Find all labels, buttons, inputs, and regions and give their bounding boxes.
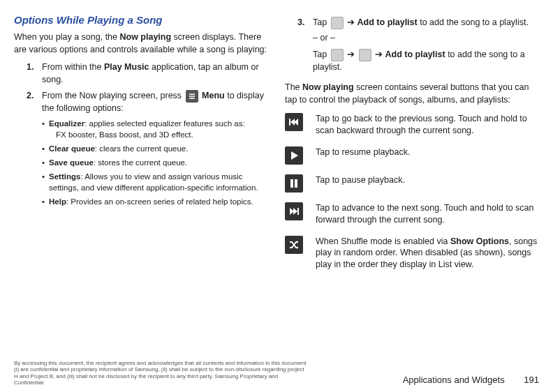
- bullet-dot: •: [42, 157, 49, 168]
- control-desc: When Shuffle mode is enabled via Show Op…: [316, 236, 539, 271]
- t-bold: Play Music: [104, 62, 149, 72]
- step-3a: 3. Tap ➔ Add to playlist to add the song…: [297, 17, 539, 29]
- t-bold: Add to playlist: [358, 17, 418, 27]
- step-1: 1. From within the Play Music applicatio…: [27, 61, 268, 86]
- step-number-empty: [297, 49, 313, 74]
- or-separator: – or –: [313, 32, 539, 45]
- step-number: 3.: [297, 17, 313, 29]
- menu-icon: [186, 90, 198, 103]
- svg-rect-5: [295, 179, 297, 188]
- control-play: Tap to resume playback.: [285, 146, 539, 165]
- play-icon: [285, 146, 303, 165]
- t: to add the song to a playlist.: [418, 17, 529, 27]
- t: Tap: [313, 17, 330, 27]
- page-number: 191: [524, 375, 539, 385]
- bt: : Provides an on-screen series of relate…: [66, 197, 253, 206]
- bullet-help: • Help: Provides an on-screen series of …: [42, 196, 268, 207]
- arrow: ➔: [345, 50, 358, 59]
- t: The: [285, 82, 302, 92]
- bullet-save-queue: • Save queue: stores the current queue.: [42, 157, 268, 168]
- control-previous: Tap to go back to the previous song. Tou…: [285, 113, 539, 137]
- bt: Save queue: [49, 158, 94, 167]
- pause-icon: [285, 174, 303, 193]
- bullet-equalizer: • Equalizer: applies selected equalizer …: [42, 118, 268, 140]
- footer-right: Applications and Widgets 191: [403, 374, 539, 386]
- bullet-settings: • Settings: Allows you to view and assig…: [42, 171, 268, 193]
- placeholder-icon: [359, 49, 371, 61]
- t-bold: Now playing: [302, 82, 354, 92]
- bullet-body: Settings: Allows you to view and assign …: [49, 171, 268, 193]
- bt: Settings: [49, 172, 80, 181]
- step-number: 1.: [27, 61, 42, 86]
- bullet-body: Help: Provides an on-screen series of re…: [49, 196, 268, 207]
- step-3b: Tap ➔ ➔ Add to playlist to add the song …: [297, 49, 539, 74]
- bullet-body: Equalizer: applies selected equalizer fe…: [49, 118, 268, 140]
- bt2: FX booster, Bass boost, and 3D effect.: [56, 129, 268, 140]
- step-2: 2. From the Now playing screen, press Me…: [27, 90, 268, 115]
- t: When Shuffle mode is enabled via: [316, 236, 450, 246]
- bt: Help: [49, 197, 66, 206]
- bt: : Allows you to view and assign various …: [49, 172, 258, 192]
- t: From within the: [42, 62, 104, 72]
- svg-rect-4: [290, 179, 293, 188]
- t: Tap: [313, 50, 330, 59]
- confidentiality-notice: By accessing this document, the recipien…: [14, 360, 307, 386]
- t-bold: Add to playlist: [385, 50, 445, 59]
- now-playing-buttons-intro: The Now playing screen contains several …: [285, 82, 539, 106]
- bt: Equalizer: [49, 119, 84, 128]
- placeholder-icon: [331, 17, 344, 29]
- svg-rect-3: [289, 119, 290, 126]
- control-desc: Tap to resume playback.: [316, 146, 539, 158]
- step-body: Tap ➔ Add to playlist to add the song to…: [313, 17, 539, 29]
- section-title: Options While Playing a Song: [14, 13, 268, 27]
- svg-rect-6: [297, 208, 299, 215]
- control-shuffle: When Shuffle mode is enabled via Show Op…: [285, 236, 539, 271]
- bullet-dot: •: [42, 171, 49, 193]
- skip-back-icon: [285, 113, 303, 131]
- shuffle-icon: [285, 236, 303, 254]
- step-number: 2.: [27, 90, 42, 115]
- control-desc: Tap to go back to the previous song. Tou…: [316, 113, 539, 137]
- control-pause: Tap to pause playback.: [285, 174, 539, 193]
- t: From the Now playing screen, press: [42, 91, 184, 100]
- intro-paragraph: When you play a song, the Now playing sc…: [14, 31, 268, 56]
- t-bold: Menu: [202, 91, 225, 100]
- intro-text: When you play a song, the: [14, 32, 119, 42]
- playback-controls-table: Tap to go back to the previous song. Tou…: [285, 113, 539, 271]
- intro-bold: Now playing: [119, 32, 171, 42]
- bullet-dot: •: [42, 118, 49, 140]
- page-footer: By accessing this document, the recipien…: [14, 360, 539, 386]
- bt: : applies selected equalizer features su…: [84, 119, 245, 128]
- placeholder-icon: [331, 49, 344, 61]
- skip-forward-icon: [285, 202, 303, 220]
- step-body: Tap ➔ ➔ Add to playlist to add the song …: [313, 49, 539, 74]
- bt: : stores the current queue.: [94, 158, 187, 167]
- bullet-dot: •: [42, 196, 49, 207]
- step-body: From within the Play Music application, …: [42, 61, 268, 86]
- control-desc: Tap to advance to the next song. Touch a…: [316, 202, 539, 226]
- bullet-dot: •: [42, 143, 49, 154]
- bullet-clear-queue: • Clear queue: clears the current queue.: [42, 143, 268, 154]
- t-bold: Show Options: [450, 236, 509, 246]
- control-next: Tap to advance to the next song. Touch a…: [285, 202, 539, 226]
- control-desc: Tap to pause playback.: [316, 174, 539, 186]
- footer-section-name: Applications and Widgets: [403, 375, 505, 385]
- options-list: • Equalizer: applies selected equalizer …: [42, 118, 268, 208]
- arrow: ➔: [345, 17, 358, 27]
- bt: Clear queue: [49, 144, 95, 153]
- step-body: From the Now playing screen, press Menu …: [42, 90, 268, 115]
- bullet-body: Clear queue: clears the current queue.: [49, 143, 268, 154]
- bullet-body: Save queue: stores the current queue.: [49, 157, 268, 168]
- bt: : clears the current queue.: [95, 144, 189, 153]
- arrow: ➔: [373, 50, 385, 59]
